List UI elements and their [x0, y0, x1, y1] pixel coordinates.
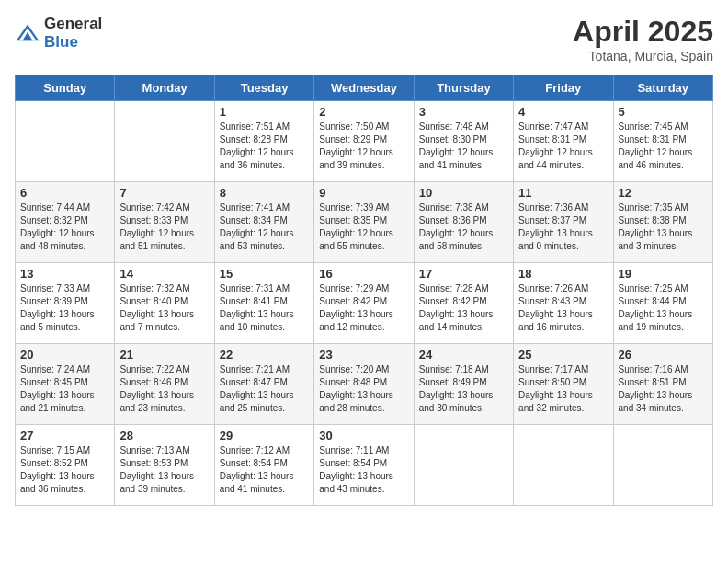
day-detail: Sunrise: 7:15 AM Sunset: 8:52 PM Dayligh… — [20, 444, 109, 496]
calendar-table: SundayMondayTuesdayWednesdayThursdayFrid… — [15, 75, 713, 506]
day-detail: Sunrise: 7:42 AM Sunset: 8:33 PM Dayligh… — [119, 201, 209, 253]
day-number: 16 — [319, 267, 408, 281]
calendar-cell: 27Sunrise: 7:15 AM Sunset: 8:52 PM Dayli… — [16, 425, 115, 506]
calendar-cell: 11Sunrise: 7:36 AM Sunset: 8:37 PM Dayli… — [514, 182, 613, 263]
page-header: General Blue April 2025 Totana, Murcia, … — [15, 15, 713, 63]
weekday-header-tuesday: Tuesday — [214, 75, 313, 101]
month-title: April 2025 — [573, 15, 713, 49]
calendar-cell: 14Sunrise: 7:32 AM Sunset: 8:40 PM Dayli… — [115, 263, 214, 344]
day-number: 11 — [518, 186, 608, 200]
weekday-header-wednesday: Wednesday — [314, 75, 414, 101]
calendar-cell: 15Sunrise: 7:31 AM Sunset: 8:41 PM Dayli… — [214, 263, 313, 344]
calendar-cell: 13Sunrise: 7:33 AM Sunset: 8:39 PM Dayli… — [16, 263, 115, 344]
day-detail: Sunrise: 7:38 AM Sunset: 8:36 PM Dayligh… — [419, 201, 508, 253]
day-number: 29 — [220, 429, 309, 442]
day-detail: Sunrise: 7:26 AM Sunset: 8:43 PM Dayligh… — [518, 282, 608, 334]
day-detail: Sunrise: 7:20 AM Sunset: 8:48 PM Dayligh… — [319, 363, 408, 415]
calendar-cell: 23Sunrise: 7:20 AM Sunset: 8:48 PM Dayli… — [314, 344, 414, 425]
calendar-week-3: 13Sunrise: 7:33 AM Sunset: 8:39 PM Dayli… — [16, 263, 713, 344]
day-number: 9 — [319, 186, 408, 200]
logo-general: General — [44, 15, 102, 32]
calendar-cell: 12Sunrise: 7:35 AM Sunset: 8:38 PM Dayli… — [613, 182, 712, 263]
weekday-header-thursday: Thursday — [414, 75, 513, 101]
day-detail: Sunrise: 7:25 AM Sunset: 8:44 PM Dayligh… — [619, 282, 708, 334]
calendar-cell: 29Sunrise: 7:12 AM Sunset: 8:54 PM Dayli… — [214, 425, 313, 506]
weekday-header-monday: Monday — [115, 75, 214, 101]
calendar-cell: 5Sunrise: 7:45 AM Sunset: 8:31 PM Daylig… — [613, 101, 712, 182]
calendar-cell: 21Sunrise: 7:22 AM Sunset: 8:46 PM Dayli… — [115, 344, 214, 425]
calendar-cell: 7Sunrise: 7:42 AM Sunset: 8:33 PM Daylig… — [115, 182, 214, 263]
day-number: 7 — [119, 186, 209, 200]
day-number: 3 — [419, 105, 508, 119]
day-number: 4 — [518, 105, 608, 119]
calendar-cell: 2Sunrise: 7:50 AM Sunset: 8:29 PM Daylig… — [314, 101, 414, 182]
day-detail: Sunrise: 7:35 AM Sunset: 8:38 PM Dayligh… — [619, 201, 708, 253]
day-detail: Sunrise: 7:31 AM Sunset: 8:41 PM Dayligh… — [220, 282, 309, 334]
day-number: 2 — [319, 105, 408, 119]
day-number: 28 — [119, 429, 209, 442]
calendar-cell — [613, 425, 712, 506]
day-number: 5 — [619, 105, 708, 119]
calendar-week-2: 6Sunrise: 7:44 AM Sunset: 8:32 PM Daylig… — [16, 182, 713, 263]
logo-icon — [15, 23, 40, 43]
day-number: 23 — [319, 348, 408, 362]
calendar-cell: 24Sunrise: 7:18 AM Sunset: 8:49 PM Dayli… — [414, 344, 513, 425]
calendar-week-5: 27Sunrise: 7:15 AM Sunset: 8:52 PM Dayli… — [16, 425, 713, 506]
calendar-cell: 3Sunrise: 7:48 AM Sunset: 8:30 PM Daylig… — [414, 101, 513, 182]
calendar-cell: 16Sunrise: 7:29 AM Sunset: 8:42 PM Dayli… — [314, 263, 414, 344]
day-detail: Sunrise: 7:17 AM Sunset: 8:50 PM Dayligh… — [518, 363, 608, 415]
calendar-cell — [414, 425, 513, 506]
day-detail: Sunrise: 7:24 AM Sunset: 8:45 PM Dayligh… — [20, 363, 109, 415]
day-number: 12 — [619, 186, 708, 200]
calendar-week-1: 1Sunrise: 7:51 AM Sunset: 8:28 PM Daylig… — [16, 101, 713, 182]
day-detail: Sunrise: 7:29 AM Sunset: 8:42 PM Dayligh… — [319, 282, 408, 334]
weekday-header-friday: Friday — [514, 75, 613, 101]
day-detail: Sunrise: 7:18 AM Sunset: 8:49 PM Dayligh… — [419, 363, 508, 415]
day-detail: Sunrise: 7:36 AM Sunset: 8:37 PM Dayligh… — [518, 201, 608, 253]
day-number: 8 — [220, 186, 309, 200]
calendar-cell: 20Sunrise: 7:24 AM Sunset: 8:45 PM Dayli… — [16, 344, 115, 425]
calendar-cell: 10Sunrise: 7:38 AM Sunset: 8:36 PM Dayli… — [414, 182, 513, 263]
weekday-header-row: SundayMondayTuesdayWednesdayThursdayFrid… — [16, 75, 713, 101]
logo: General Blue — [15, 15, 102, 52]
day-detail: Sunrise: 7:50 AM Sunset: 8:29 PM Dayligh… — [319, 121, 408, 172]
day-detail: Sunrise: 7:44 AM Sunset: 8:32 PM Dayligh… — [20, 201, 109, 253]
day-number: 20 — [20, 348, 109, 362]
day-detail: Sunrise: 7:16 AM Sunset: 8:51 PM Dayligh… — [619, 363, 708, 415]
calendar-cell: 18Sunrise: 7:26 AM Sunset: 8:43 PM Dayli… — [514, 263, 613, 344]
calendar-cell: 8Sunrise: 7:41 AM Sunset: 8:34 PM Daylig… — [214, 182, 313, 263]
calendar-cell: 17Sunrise: 7:28 AM Sunset: 8:42 PM Dayli… — [414, 263, 513, 344]
day-detail: Sunrise: 7:41 AM Sunset: 8:34 PM Dayligh… — [220, 201, 309, 253]
day-detail: Sunrise: 7:48 AM Sunset: 8:30 PM Dayligh… — [419, 121, 508, 172]
day-number: 17 — [419, 267, 508, 281]
day-detail: Sunrise: 7:22 AM Sunset: 8:46 PM Dayligh… — [119, 363, 209, 415]
calendar-cell: 26Sunrise: 7:16 AM Sunset: 8:51 PM Dayli… — [613, 344, 712, 425]
day-number: 15 — [220, 267, 309, 281]
day-detail: Sunrise: 7:51 AM Sunset: 8:28 PM Dayligh… — [220, 121, 309, 172]
calendar-cell — [514, 425, 613, 506]
weekday-header-saturday: Saturday — [613, 75, 712, 101]
day-number: 19 — [619, 267, 708, 281]
day-number: 14 — [119, 267, 209, 281]
day-number: 26 — [619, 348, 708, 362]
day-number: 6 — [20, 186, 109, 200]
day-detail: Sunrise: 7:47 AM Sunset: 8:31 PM Dayligh… — [518, 121, 608, 172]
calendar-cell: 30Sunrise: 7:11 AM Sunset: 8:54 PM Dayli… — [314, 425, 414, 506]
calendar-cell — [16, 101, 115, 182]
day-detail: Sunrise: 7:12 AM Sunset: 8:54 PM Dayligh… — [220, 444, 309, 496]
day-detail: Sunrise: 7:13 AM Sunset: 8:53 PM Dayligh… — [119, 444, 209, 496]
calendar-cell: 28Sunrise: 7:13 AM Sunset: 8:53 PM Dayli… — [115, 425, 214, 506]
day-number: 18 — [518, 267, 608, 281]
calendar-week-4: 20Sunrise: 7:24 AM Sunset: 8:45 PM Dayli… — [16, 344, 713, 425]
day-detail: Sunrise: 7:33 AM Sunset: 8:39 PM Dayligh… — [20, 282, 109, 334]
calendar-cell: 9Sunrise: 7:39 AM Sunset: 8:35 PM Daylig… — [314, 182, 414, 263]
day-number: 24 — [419, 348, 508, 362]
day-number: 1 — [220, 105, 309, 119]
day-number: 27 — [20, 429, 109, 442]
location-title: Totana, Murcia, Spain — [573, 49, 713, 63]
day-number: 10 — [419, 186, 508, 200]
calendar-cell: 22Sunrise: 7:21 AM Sunset: 8:47 PM Dayli… — [214, 344, 313, 425]
calendar-cell: 19Sunrise: 7:25 AM Sunset: 8:44 PM Dayli… — [613, 263, 712, 344]
day-number: 30 — [319, 429, 408, 442]
calendar-cell — [115, 101, 214, 182]
